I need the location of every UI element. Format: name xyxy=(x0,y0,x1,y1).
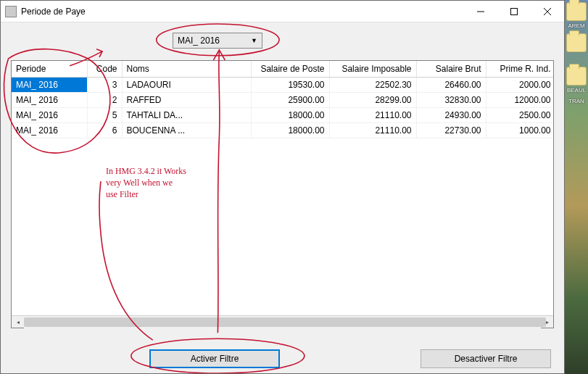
table-row[interactable]: MAI_ 20162RAFFED25900.0028299.0032830.00… xyxy=(12,92,553,107)
col-prime[interactable]: Prime R. Ind. xyxy=(486,61,553,77)
cell-imposable[interactable]: 22502.30 xyxy=(329,77,416,92)
col-poste[interactable]: Salaire de Poste xyxy=(251,61,329,77)
cell-imposable[interactable]: 21110.00 xyxy=(329,107,416,122)
grid-header-row: Periode Code Noms Salaire de Poste Salai… xyxy=(12,61,553,77)
desktop-folder-icon[interactable] xyxy=(566,33,587,52)
cell-prime[interactable]: 1000.00 xyxy=(486,122,553,138)
window-title: Periode de Paye xyxy=(21,7,464,17)
maximize-icon xyxy=(510,8,518,15)
cell-periode[interactable]: MAI_ 2016 xyxy=(12,122,87,138)
period-select[interactable]: MAI_ 2016 ▼ xyxy=(173,33,262,49)
data-grid[interactable]: Periode Code Noms Salaire de Poste Salai… xyxy=(11,60,554,328)
col-periode[interactable]: Periode xyxy=(12,61,87,77)
desktop-folder-icon[interactable] xyxy=(566,67,587,86)
scroll-left-arrow-icon[interactable]: ◂ xyxy=(12,316,24,328)
activate-filter-button[interactable]: Activer Filtre xyxy=(149,349,280,368)
table-row[interactable]: MAI_ 20166BOUCENNA ...18000.0021110.0022… xyxy=(12,122,553,138)
cell-brut[interactable]: 22730.00 xyxy=(416,122,486,138)
cell-code[interactable]: 5 xyxy=(87,107,122,122)
close-icon xyxy=(544,8,551,15)
cell-prime[interactable]: 2000.00 xyxy=(486,77,553,92)
col-imposable[interactable]: Salaire Imposable xyxy=(329,61,416,77)
cell-periode[interactable]: MAI_ 2016 xyxy=(12,107,87,122)
cell-prime[interactable]: 2500.00 xyxy=(486,107,553,122)
cell-noms[interactable]: BOUCENNA ... xyxy=(122,122,251,138)
cell-code[interactable]: 6 xyxy=(87,122,122,138)
cell-brut[interactable]: 32830.00 xyxy=(416,92,486,107)
titlebar: Periode de Paye xyxy=(1,1,564,22)
minimize-icon xyxy=(477,8,484,15)
deactivate-filter-label: Desactiver Filtre xyxy=(455,354,518,364)
col-brut[interactable]: Salaire Brut xyxy=(416,61,486,77)
col-noms[interactable]: Noms xyxy=(122,61,251,77)
cell-noms[interactable]: LADAOURI xyxy=(122,77,251,92)
period-select-value: MAI_ 2016 xyxy=(178,36,220,46)
scroll-thumb[interactable] xyxy=(24,317,546,327)
horizontal-scrollbar[interactable]: ◂ ▸ xyxy=(12,315,553,328)
table-row[interactable]: MAI_ 20165TAHTALI DA...18000.0021110.002… xyxy=(12,107,553,122)
cell-noms[interactable]: TAHTALI DA... xyxy=(122,107,251,122)
annotation-arrowhead-short xyxy=(96,49,102,57)
cell-periode[interactable]: MAI_ 2016 xyxy=(12,77,87,92)
table-row[interactable]: MAI_ 20163LADAOURI19530.0022502.3026460.… xyxy=(12,77,553,92)
app-window: Periode de Paye MAI_ 2016 ▼ xyxy=(0,0,565,374)
desktop-folder-label: AREM xyxy=(565,22,588,29)
cell-poste[interactable]: 18000.00 xyxy=(251,122,329,138)
cell-prime[interactable]: 12000.00 xyxy=(486,92,553,107)
cell-code[interactable]: 3 xyxy=(87,77,122,92)
cell-imposable[interactable]: 21110.00 xyxy=(329,122,416,138)
cell-periode[interactable]: MAI_ 2016 xyxy=(12,92,87,107)
cell-brut[interactable]: 24930.00 xyxy=(416,107,486,122)
svg-rect-1 xyxy=(511,8,518,14)
desktop-folder-icon[interactable] xyxy=(566,2,587,21)
desktop-strip: AREM BEAUL TRAN xyxy=(565,0,588,374)
cell-noms[interactable]: RAFFED xyxy=(122,92,251,107)
desktop-folder-label: BEAUL xyxy=(565,87,588,94)
close-button[interactable] xyxy=(531,1,564,22)
deactivate-filter-button[interactable]: Desactiver Filtre xyxy=(421,349,551,368)
chevron-down-icon: ▼ xyxy=(251,37,257,44)
cell-poste[interactable]: 25900.00 xyxy=(251,92,329,107)
window-content: MAI_ 2016 ▼ Periode Code Noms Sala xyxy=(1,22,564,373)
activate-filter-label: Activer Filtre xyxy=(191,354,239,364)
scroll-track[interactable] xyxy=(24,316,541,328)
maximize-button[interactable] xyxy=(497,1,531,22)
col-code[interactable]: Code xyxy=(87,61,122,77)
annotation-arrowhead-long xyxy=(213,50,225,60)
minimize-button[interactable] xyxy=(464,1,497,22)
cell-brut[interactable]: 26460.00 xyxy=(416,77,486,92)
cell-poste[interactable]: 18000.00 xyxy=(251,107,329,122)
app-icon xyxy=(5,6,17,17)
desktop-folder-label: TRAN xyxy=(565,98,588,104)
cell-poste[interactable]: 19530.00 xyxy=(251,77,329,92)
cell-imposable[interactable]: 28299.00 xyxy=(329,92,416,107)
cell-code[interactable]: 2 xyxy=(87,92,122,107)
